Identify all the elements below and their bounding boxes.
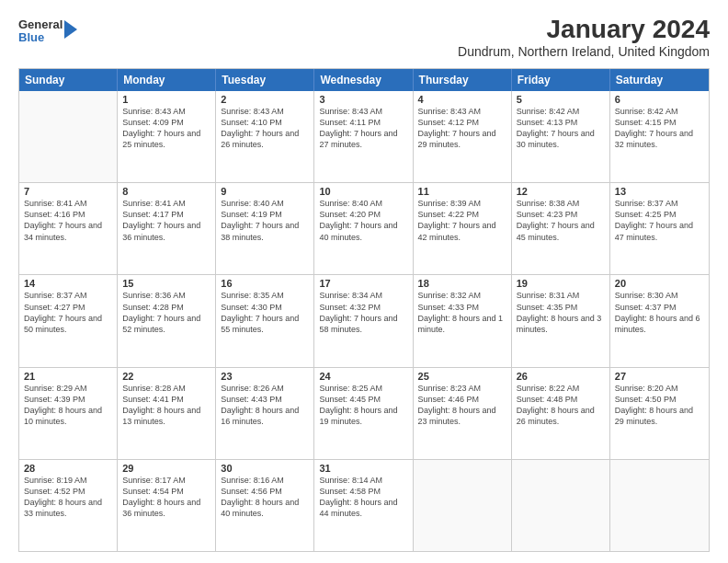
cell-sunrise: Sunrise: 8:20 AM: [615, 384, 678, 393]
cell-sunset: Sunset: 4:11 PM: [319, 118, 381, 127]
cell-daylight: Daylight: 7 hours and 27 minutes.: [319, 129, 397, 149]
cell-sunset: Sunset: 4:46 PM: [418, 395, 480, 404]
cell-info: Sunrise: 8:32 AMSunset: 4:33 PMDaylight:…: [418, 290, 506, 335]
calendar-cell: [414, 460, 512, 551]
cell-daylight: Daylight: 7 hours and 52 minutes.: [122, 314, 200, 334]
cell-daylight: Daylight: 8 hours and 19 minutes.: [319, 406, 397, 426]
cell-info: Sunrise: 8:19 AMSunset: 4:52 PMDaylight:…: [24, 475, 112, 520]
cell-daylight: Daylight: 7 hours and 34 minutes.: [24, 221, 102, 241]
cell-sunrise: Sunrise: 8:41 AM: [24, 199, 87, 208]
calendar-row: 1Sunrise: 8:43 AMSunset: 4:09 PMDaylight…: [19, 91, 709, 183]
cell-day-number: 9: [221, 186, 309, 197]
cell-info: Sunrise: 8:38 AMSunset: 4:23 PMDaylight:…: [517, 198, 605, 243]
cell-sunrise: Sunrise: 8:40 AM: [319, 199, 382, 208]
cell-daylight: Daylight: 8 hours and 1 minute.: [418, 314, 504, 334]
cell-sunrise: Sunrise: 8:22 AM: [517, 384, 580, 393]
cell-info: Sunrise: 8:40 AMSunset: 4:20 PMDaylight:…: [319, 198, 407, 243]
cell-info: Sunrise: 8:42 AMSunset: 4:15 PMDaylight:…: [615, 106, 704, 151]
cell-sunrise: Sunrise: 8:43 AM: [122, 107, 186, 116]
cell-daylight: Daylight: 7 hours and 36 minutes.: [122, 221, 200, 241]
cell-day-number: 30: [221, 463, 309, 474]
cell-sunset: Sunset: 4:25 PM: [615, 210, 677, 219]
cell-info: Sunrise: 8:43 AMSunset: 4:12 PMDaylight:…: [418, 106, 506, 151]
cell-sunset: Sunset: 4:41 PM: [122, 395, 184, 404]
cell-daylight: Daylight: 7 hours and 32 minutes.: [615, 129, 693, 149]
cell-sunset: Sunset: 4:32 PM: [319, 303, 381, 312]
calendar-cell: 1Sunrise: 8:43 AMSunset: 4:09 PMDaylight…: [118, 91, 216, 182]
day-header-sunday: Sunday: [19, 69, 118, 91]
cell-daylight: Daylight: 7 hours and 45 minutes.: [517, 221, 595, 241]
cell-daylight: Daylight: 8 hours and 6 minutes.: [615, 314, 700, 334]
cell-day-number: 17: [319, 278, 407, 289]
cell-sunset: Sunset: 4:13 PM: [517, 118, 578, 127]
cell-info: Sunrise: 8:25 AMSunset: 4:45 PMDaylight:…: [319, 383, 407, 428]
cell-daylight: Daylight: 8 hours and 3 minutes.: [517, 314, 602, 334]
cell-sunset: Sunset: 4:39 PM: [24, 395, 85, 404]
cell-day-number: 20: [615, 278, 704, 289]
cell-sunset: Sunset: 4:09 PM: [122, 118, 184, 127]
cell-sunrise: Sunrise: 8:40 AM: [221, 199, 284, 208]
cell-info: Sunrise: 8:26 AMSunset: 4:43 PMDaylight:…: [221, 383, 309, 428]
cell-sunrise: Sunrise: 8:41 AM: [122, 199, 186, 208]
cell-day-number: 6: [615, 94, 704, 105]
calendar-cell: 22Sunrise: 8:28 AMSunset: 4:41 PMDayligh…: [118, 368, 216, 459]
calendar-cell: 7Sunrise: 8:41 AMSunset: 4:16 PMDaylight…: [19, 183, 118, 274]
cell-sunrise: Sunrise: 8:43 AM: [319, 107, 382, 116]
calendar-cell: 24Sunrise: 8:25 AMSunset: 4:45 PMDayligh…: [314, 368, 413, 459]
cell-sunset: Sunset: 4:37 PM: [615, 303, 677, 312]
cell-info: Sunrise: 8:36 AMSunset: 4:28 PMDaylight:…: [122, 290, 210, 335]
cell-sunset: Sunset: 4:45 PM: [319, 395, 381, 404]
calendar-cell: 25Sunrise: 8:23 AMSunset: 4:46 PMDayligh…: [414, 368, 512, 459]
cell-sunset: Sunset: 4:12 PM: [418, 118, 480, 127]
calendar-cell: 6Sunrise: 8:42 AMSunset: 4:15 PMDaylight…: [610, 91, 709, 182]
calendar-subtitle: Dundrum, Northern Ireland, United Kingdo…: [458, 44, 710, 59]
cell-sunrise: Sunrise: 8:42 AM: [517, 107, 580, 116]
cell-daylight: Daylight: 7 hours and 26 minutes.: [221, 129, 299, 149]
page: General Blue January 2024 Dundrum, North…: [0, 0, 728, 563]
cell-day-number: 31: [319, 463, 407, 474]
calendar-cell: 8Sunrise: 8:41 AMSunset: 4:17 PMDaylight…: [118, 183, 216, 274]
cell-day-number: 28: [24, 463, 112, 474]
calendar-cell: 15Sunrise: 8:36 AMSunset: 4:28 PMDayligh…: [118, 275, 216, 366]
cell-sunrise: Sunrise: 8:39 AM: [418, 199, 482, 208]
calendar-cell: 2Sunrise: 8:43 AMSunset: 4:10 PMDaylight…: [216, 91, 314, 182]
calendar-cell: [512, 460, 610, 551]
calendar-cell: [19, 91, 118, 182]
calendar-cell: 10Sunrise: 8:40 AMSunset: 4:20 PMDayligh…: [314, 183, 413, 274]
cell-sunset: Sunset: 4:28 PM: [122, 303, 184, 312]
title-block: January 2024 Dundrum, Northern Ireland, …: [458, 15, 710, 59]
cell-daylight: Daylight: 7 hours and 50 minutes.: [24, 314, 102, 334]
cell-day-number: 1: [122, 94, 210, 105]
cell-info: Sunrise: 8:43 AMSunset: 4:10 PMDaylight:…: [221, 106, 309, 151]
cell-day-number: 25: [418, 371, 506, 382]
cell-day-number: 29: [122, 463, 210, 474]
cell-daylight: Daylight: 7 hours and 29 minutes.: [418, 129, 496, 149]
logo-text: General Blue: [18, 18, 63, 45]
cell-sunset: Sunset: 4:54 PM: [122, 487, 184, 496]
cell-daylight: Daylight: 7 hours and 30 minutes.: [517, 129, 595, 149]
calendar-cell: 26Sunrise: 8:22 AMSunset: 4:48 PMDayligh…: [512, 368, 610, 459]
logo-blue: Blue: [18, 31, 63, 44]
calendar-cell: 31Sunrise: 8:14 AMSunset: 4:58 PMDayligh…: [314, 460, 413, 551]
cell-sunrise: Sunrise: 8:14 AM: [319, 476, 382, 485]
cell-sunrise: Sunrise: 8:25 AM: [319, 384, 382, 393]
calendar-cell: 9Sunrise: 8:40 AMSunset: 4:19 PMDaylight…: [216, 183, 314, 274]
calendar-cell: 27Sunrise: 8:20 AMSunset: 4:50 PMDayligh…: [610, 368, 709, 459]
cell-info: Sunrise: 8:29 AMSunset: 4:39 PMDaylight:…: [24, 383, 112, 428]
cell-day-number: 10: [319, 186, 407, 197]
cell-info: Sunrise: 8:30 AMSunset: 4:37 PMDaylight:…: [615, 290, 704, 335]
cell-day-number: 13: [615, 186, 704, 197]
cell-info: Sunrise: 8:14 AMSunset: 4:58 PMDaylight:…: [319, 475, 407, 520]
day-header-thursday: Thursday: [414, 69, 512, 91]
cell-sunset: Sunset: 4:15 PM: [615, 118, 677, 127]
cell-sunrise: Sunrise: 8:34 AM: [319, 291, 382, 300]
calendar-cell: 23Sunrise: 8:26 AMSunset: 4:43 PMDayligh…: [216, 368, 314, 459]
cell-day-number: 12: [517, 186, 605, 197]
cell-sunrise: Sunrise: 8:16 AM: [221, 476, 284, 485]
cell-sunset: Sunset: 4:35 PM: [517, 303, 578, 312]
cell-sunrise: Sunrise: 8:32 AM: [418, 291, 482, 300]
cell-sunrise: Sunrise: 8:43 AM: [418, 107, 482, 116]
cell-info: Sunrise: 8:34 AMSunset: 4:32 PMDaylight:…: [319, 290, 407, 335]
cell-sunset: Sunset: 4:23 PM: [517, 210, 578, 219]
cell-day-number: 24: [319, 371, 407, 382]
